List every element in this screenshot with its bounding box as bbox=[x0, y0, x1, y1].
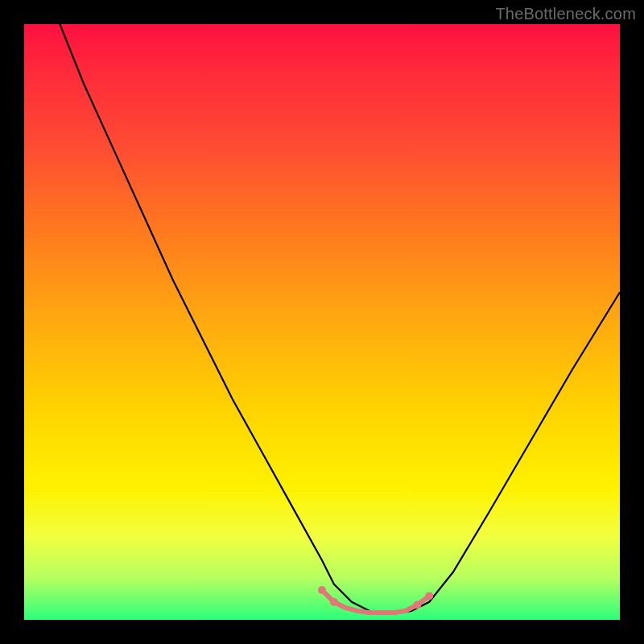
pink-valley-line bbox=[322, 590, 429, 613]
chart-frame: TheBottleneck.com bbox=[0, 0, 644, 644]
plot-area bbox=[24, 24, 620, 620]
curve-layer bbox=[24, 24, 620, 620]
black-curve-path bbox=[60, 24, 620, 614]
watermark-text: TheBottleneck.com bbox=[495, 5, 636, 23]
